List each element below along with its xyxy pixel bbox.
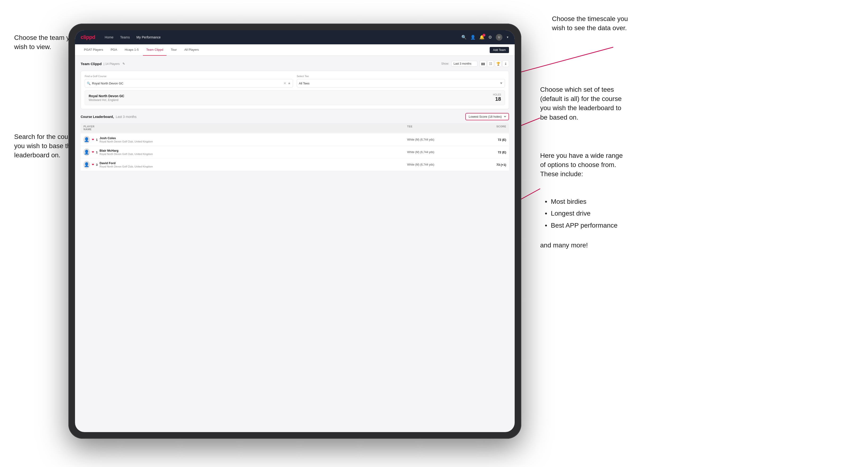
score-type-select[interactable]: Lowest Score (18 holes) Most Birdies Lon… [465,113,509,120]
course-search-field: Find a Golf Course 🔍 ✕ ★ [85,75,293,88]
rank-number: 1 [96,151,98,154]
score-col: 73 (+1) [478,163,506,166]
search-icon-small: 🔍 [87,82,91,85]
player-name: Josh Coles [99,136,407,140]
team-header: Team Clippd | 14 Players ✎ Show: Last 3 … [81,60,509,67]
add-team-button[interactable]: Add Team [490,47,509,53]
rank-col: 👤 ❤ 1 [84,136,98,144]
holes-badge: Holes 18 [493,93,501,102]
subnav-hcaps[interactable]: Hcaps 1-5 [121,44,142,56]
score-col: 72 (E) [478,151,506,154]
bell-icon[interactable]: 🔔 1 [479,35,485,40]
team-name: Team Clippd [81,62,102,66]
course-result: Royal North Devon GC Westward Ho!, Engla… [85,90,505,105]
options-annotation: Here you have a wide rangeof options to … [540,151,623,179]
leaderboard-period: Last 3 months [116,115,136,119]
leaderboard-title: Course Leaderboard, Last 3 months [81,115,136,119]
avatar-chevron: ▼ [506,36,509,39]
course-name: Royal North Devon GC [89,94,124,98]
navbar-links: Home Teams My Performance [102,34,457,40]
clear-search-button[interactable]: ✕ [283,81,286,85]
nav-teams[interactable]: Teams [117,34,132,40]
player-club: Royal North Devon Golf Club, United King… [99,165,407,168]
player-avatar: 👤 [84,148,90,156]
list-view-icon[interactable]: ☷ [487,60,494,67]
tee-annotation: Choose which set of tees(default is all)… [540,85,622,122]
course-search-input[interactable] [92,82,282,85]
subnav: PGAT Players PGA Hcaps 1-5 Team Clippd T… [75,44,515,56]
download-icon[interactable]: ⇓ [502,60,509,67]
course-location: Westward Ho!, England [89,98,124,102]
player-count: | 14 Players [103,62,120,66]
nav-home[interactable]: Home [102,34,116,40]
rank-number: 1 [96,138,98,142]
trophy-view-icon[interactable]: 🏆 [495,60,501,67]
show-label: Show: [441,62,449,65]
tee-col: White (M) (6,744 yds) [407,138,478,141]
rank-col: 👤 ❤ 3 [84,161,98,168]
col-player-header: PLAYER NAME [84,125,98,131]
profile-icon[interactable]: 👤 [470,35,475,40]
user-avatar[interactable]: U [496,34,502,40]
table-row: 👤 ❤ 3 David Ford Royal North Devon Golf … [81,158,509,171]
team-controls: Show: Last 3 months Last month Last 6 mo… [441,60,509,67]
player-info-col: Josh Coles Royal North Devon Golf Club, … [98,136,407,143]
search-row: Find a Golf Course 🔍 ✕ ★ Select Tee All … [85,75,505,88]
navbar: clippd Home Teams My Performance 🔍 👤 🔔 1… [75,30,515,44]
subnav-pga[interactable]: PGA [107,44,120,56]
player-avatar: 👤 [84,161,90,168]
view-icons: ▮▮ ☷ 🏆 ⇓ [480,60,509,67]
favorite-heart-icon[interactable]: ❤ [92,163,94,166]
subnav-team-clippd[interactable]: Team Clippd [143,44,166,56]
options-list: • Most birdies • Longest drive • Best AP… [545,196,618,231]
edit-team-icon[interactable]: ✎ [122,62,125,66]
favorite-heart-icon[interactable]: ❤ [92,138,94,141]
leaderboard-rows: 👤 ❤ 1 Josh Coles Royal North Devon Golf … [81,133,509,171]
player-info-col: Blair McHarg Royal North Devon Golf Club… [98,149,407,155]
tablet-device: clippd Home Teams My Performance 🔍 👤 🔔 1… [68,24,521,439]
holes-count: 18 [493,96,501,102]
select-tee-label: Select Tee [297,75,505,77]
course-search-panel: Find a Golf Course 🔍 ✕ ★ Select Tee All … [81,71,509,109]
find-course-label: Find a Golf Course [85,75,293,77]
search-icon[interactable]: 🔍 [461,35,467,40]
player-info-col: David Ford Royal North Devon Golf Club, … [98,161,407,168]
player-club: Royal North Devon Golf Club, United King… [99,153,407,155]
search-input-wrap: 🔍 ✕ ★ [85,79,293,88]
options-footer: and many more! [540,241,588,250]
notification-badge: 1 [483,34,486,36]
col-score-header: SCORE [478,125,506,131]
tee-select-field: Select Tee All Tees White Tees Yellow Te… [297,75,505,88]
tee-col: White (M) (6,744 yds) [407,151,478,154]
navbar-icons: 🔍 👤 🔔 1 ⚙ U ▼ [461,34,509,40]
timescale-annotation: Choose the timescale youwish to see the … [552,14,628,33]
col-tee-header: TEE [407,125,478,131]
holes-label: Holes [493,93,501,96]
player-name: David Ford [99,161,407,165]
brand-logo: clippd [81,34,95,40]
team-annotation: Choose the team youwish to view. [14,33,77,52]
tablet-screen: clippd Home Teams My Performance 🔍 👤 🔔 1… [75,30,515,432]
grid-view-icon[interactable]: ▮▮ [480,60,486,67]
player-club: Royal North Devon Golf Club, United King… [99,140,407,143]
leaderboard-header: Course Leaderboard, Last 3 months Lowest… [81,113,509,120]
team-title: Team Clippd | 14 Players ✎ [81,62,125,66]
settings-icon[interactable]: ⚙ [488,35,492,40]
course-search-annotation: Search for the courseyou wish to base th… [14,132,78,160]
nav-my-performance[interactable]: My Performance [133,34,163,40]
course-info: Royal North Devon GC Westward Ho!, Engla… [89,94,124,102]
main-content: Team Clippd | 14 Players ✎ Show: Last 3 … [75,56,515,176]
favorite-heart-icon[interactable]: ❤ [92,151,94,154]
subnav-all-players[interactable]: All Players [181,44,202,56]
rank-col: 👤 ❤ 1 [84,148,98,156]
player-avatar: 👤 [84,136,90,144]
tee-col: White (M) (6,744 yds) [407,163,478,166]
rank-number: 3 [96,163,98,166]
tee-select[interactable]: All Tees White Tees Yellow Tees Red Tees [297,79,505,88]
table-row: 👤 ❤ 1 Blair McHarg Royal North Devon Gol… [81,146,509,158]
table-row: 👤 ❤ 1 Josh Coles Royal North Devon Golf … [81,133,509,146]
subnav-tour[interactable]: Tour [167,44,180,56]
subnav-pgat[interactable]: PGAT Players [81,44,106,56]
favorite-button[interactable]: ★ [288,81,291,85]
show-select[interactable]: Last 3 months Last month Last 6 months L… [452,61,477,66]
